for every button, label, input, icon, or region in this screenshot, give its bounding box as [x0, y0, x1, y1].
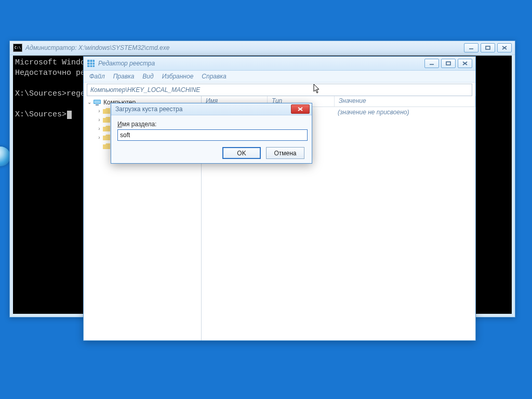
folder-icon [103, 108, 110, 114]
regedit-title: Редактор реестра [98, 60, 424, 67]
svg-rect-10 [446, 62, 450, 65]
start-orb[interactable] [0, 147, 10, 166]
col-value[interactable]: Значение [335, 96, 475, 107]
svg-rect-1 [486, 46, 490, 49]
cmd-close-button[interactable] [497, 43, 512, 52]
computer-icon [93, 99, 101, 105]
cancel-button[interactable]: Отмена [266, 147, 304, 159]
menu-edit[interactable]: Правка [110, 72, 138, 81]
cmd-title: Администратор: X:\windows\SYSTEM32\cmd.e… [25, 44, 464, 51]
svg-rect-15 [96, 104, 99, 105]
menu-fav[interactable]: Избранное [158, 72, 197, 81]
menu-view[interactable]: Вид [139, 72, 157, 81]
regedit-minimize-button[interactable] [424, 59, 439, 68]
regedit-menubar: Файл Правка Вид Избранное Справка [84, 71, 475, 83]
tree-twisty-icon[interactable]: › [96, 108, 103, 114]
regedit-close-button[interactable] [458, 59, 472, 68]
list-value: (значение не присвоено) [334, 107, 475, 117]
folder-icon [103, 117, 110, 123]
menu-help[interactable]: Справка [198, 72, 230, 81]
cmd-minimize-button[interactable] [464, 43, 478, 52]
regedit-titlebar[interactable]: Редактор реестра [84, 57, 475, 71]
tree-twisty-icon[interactable]: › [96, 117, 103, 123]
cmd-titlebar[interactable]: Администратор: X:\windows\SYSTEM32\cmd.e… [10, 41, 515, 55]
cmd-line: X:\Sources> [15, 110, 66, 119]
folder-icon [103, 135, 110, 140]
load-hive-dialog: Загрузка куста реестра Имя раздела: OK О… [111, 103, 312, 164]
tree-twisty-icon[interactable]: › [96, 135, 103, 140]
regedit-window: Редактор реестра Файл Правка Вид Избранн… [83, 56, 476, 341]
dialog-close-button[interactable] [291, 104, 310, 114]
cmd-cursor [67, 111, 72, 119]
tree-twisty-icon[interactable]: › [96, 126, 103, 131]
key-name-input[interactable] [117, 129, 308, 141]
regedit-address-bar[interactable]: Компьютер\HKEY_LOCAL_MACHINE [87, 84, 472, 96]
regedit-icon [87, 59, 95, 68]
svg-rect-4 [87, 60, 95, 67]
tree-twisty-open-icon[interactable]: ⌄ [86, 99, 93, 105]
cmd-maximize-button[interactable] [481, 43, 495, 52]
ok-button[interactable]: OK [222, 147, 261, 159]
tree-twisty-icon[interactable] [96, 143, 103, 149]
cmd-icon [13, 44, 22, 52]
menu-file[interactable]: Файл [86, 72, 109, 81]
folder-icon [103, 143, 110, 149]
dialog-input-label: Имя раздела: [117, 121, 305, 128]
regedit-maximize-button[interactable] [441, 59, 456, 68]
dialog-title: Загрузка куста реестра [115, 105, 291, 113]
folder-icon [103, 126, 110, 131]
dialog-titlebar[interactable]: Загрузка куста реестра [111, 103, 312, 115]
svg-rect-14 [94, 100, 100, 103]
